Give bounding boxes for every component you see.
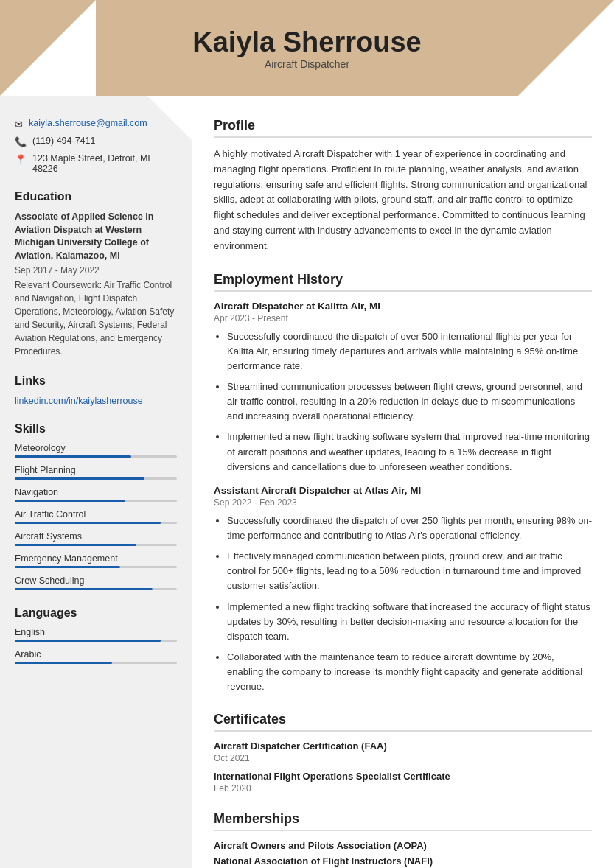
lang-bar-bg: [15, 640, 177, 642]
skill-bar-bg: [15, 477, 177, 480]
skill-bar-fill: [15, 477, 144, 480]
language-item: English: [15, 627, 177, 642]
cert-date: Feb 2020: [214, 783, 592, 794]
language-name: English: [15, 627, 177, 637]
skill-bar-bg: [15, 455, 177, 458]
skill-bar-bg: [15, 500, 177, 502]
lang-bar-fill: [15, 640, 161, 642]
bullet-item: Successfully coordinated the dispatch of…: [227, 514, 592, 543]
certificates-heading: Certificates: [214, 712, 592, 732]
skill-item: Crew Scheduling: [15, 575, 177, 590]
candidate-name: Kaiyla Sherrouse: [192, 27, 421, 58]
skills-section: Skills Meteorology Flight Planning Navig…: [15, 422, 177, 590]
email-link[interactable]: kaiyla.sherrouse@gmail.com: [29, 118, 147, 128]
skill-name: Aircraft Systems: [15, 531, 177, 542]
address-text: 123 Maple Street, Detroit, MI 48226: [32, 153, 177, 174]
skill-name: Flight Planning: [15, 465, 177, 475]
linkedin-link[interactable]: linkedin.com/in/kaiylasherrouse: [15, 396, 143, 406]
skill-name: Meteorology: [15, 443, 177, 453]
skill-bar-bg: [15, 566, 177, 568]
memberships-section: Memberships Aircraft Owners and Pilots A…: [214, 811, 592, 867]
links-heading: Links: [15, 374, 177, 388]
language-name: Arabic: [15, 649, 177, 659]
education-heading: Education: [15, 190, 177, 203]
lang-bar-bg: [15, 662, 177, 664]
job-date: Sep 2022 - Feb 2023: [214, 497, 592, 508]
memberships-list: Aircraft Owners and Pilots Association (…: [214, 840, 592, 867]
employment-heading: Employment History: [214, 272, 592, 292]
skill-item: Flight Planning: [15, 465, 177, 480]
certificate-entry: International Flight Operations Speciali…: [214, 771, 592, 794]
jobs-list: Aircraft Dispatcher at Kalitta Air, MI A…: [214, 301, 592, 695]
skill-bar-fill: [15, 566, 120, 568]
education-section: Education Associate of Applied Science i…: [15, 190, 177, 358]
job-title: Aircraft Dispatcher at Kalitta Air, MI: [214, 301, 592, 312]
bullet-item: Successfully coordinated the dispatch of…: [227, 329, 592, 374]
languages-list: English Arabic: [15, 627, 177, 664]
certificates-section: Certificates Aircraft Dispatcher Certifi…: [214, 712, 592, 794]
job-bullets: Successfully coordinated the dispatch of…: [214, 514, 592, 695]
skill-bar-bg: [15, 588, 177, 590]
skill-item: Aircraft Systems: [15, 531, 177, 546]
location-icon: 📍: [15, 154, 27, 165]
skill-item: Emergency Management: [15, 553, 177, 568]
header-triangle-left: [0, 0, 96, 96]
skills-list: Meteorology Flight Planning Navigation A…: [15, 443, 177, 590]
sidebar: ✉ kaiyla.sherrouse@gmail.com 📞 (119) 494…: [0, 96, 192, 868]
languages-heading: Languages: [15, 606, 177, 620]
membership-entry: National Association of Flight Instructo…: [214, 855, 592, 867]
skill-bar-fill: [15, 522, 161, 524]
language-item: Arabic: [15, 649, 177, 664]
links-section: Links linkedin.com/in/kaiylasherrouse: [15, 374, 177, 406]
skill-item: Air Traffic Control: [15, 509, 177, 524]
skill-bar-bg: [15, 522, 177, 524]
languages-section: Languages English Arabic: [15, 606, 177, 664]
job-title: Assistant Aircraft Dispatcher at Atlas A…: [214, 485, 592, 496]
skill-bar-fill: [15, 455, 131, 458]
skill-name: Navigation: [15, 487, 177, 497]
skill-item: Meteorology: [15, 443, 177, 458]
bullet-item: Implemented a new flight tracking softwa…: [227, 600, 592, 644]
lang-bar-fill: [15, 662, 112, 664]
skill-name: Emergency Management: [15, 553, 177, 564]
bullet-item: Implemented a new flight tracking softwa…: [227, 430, 592, 474]
cert-date: Oct 2021: [214, 753, 592, 763]
job-entry: Aircraft Dispatcher at Kalitta Air, MI A…: [214, 301, 592, 475]
phone-number: (119) 494-7411: [32, 136, 95, 146]
linkedin-link-item: linkedin.com/in/kaiylasherrouse: [15, 395, 177, 406]
phone-icon: 📞: [15, 136, 27, 147]
employment-section: Employment History Aircraft Dispatcher a…: [214, 272, 592, 695]
skill-name: Crew Scheduling: [15, 575, 177, 586]
header: Kaiyla Sherrouse Aircraft Dispatcher: [0, 0, 614, 96]
main-content: Profile A highly motivated Aircraft Disp…: [192, 96, 614, 868]
main-layout: ✉ kaiyla.sherrouse@gmail.com 📞 (119) 494…: [0, 96, 614, 868]
skill-bar-fill: [15, 500, 125, 502]
email-icon: ✉: [15, 119, 23, 130]
certificates-list: Aircraft Dispatcher Certification (FAA) …: [214, 741, 592, 794]
skill-item: Navigation: [15, 487, 177, 502]
education-degree: Associate of Applied Science in Aviation…: [15, 211, 177, 262]
memberships-heading: Memberships: [214, 811, 592, 831]
address-contact: 📍 123 Maple Street, Detroit, MI 48226: [15, 153, 177, 174]
skills-heading: Skills: [15, 422, 177, 435]
cert-name: International Flight Operations Speciali…: [214, 771, 592, 782]
bullet-item: Effectively managed communication betwee…: [227, 549, 592, 593]
bullet-item: Collaborated with the maintenance team t…: [227, 650, 592, 694]
profile-text: A highly motivated Aircraft Dispatcher w…: [214, 147, 592, 254]
certificate-entry: Aircraft Dispatcher Certification (FAA) …: [214, 741, 592, 763]
candidate-title: Aircraft Dispatcher: [265, 58, 349, 70]
skill-name: Air Traffic Control: [15, 509, 177, 519]
cert-name: Aircraft Dispatcher Certification (FAA): [214, 741, 592, 752]
bullet-item: Streamlined communication processes betw…: [227, 379, 592, 424]
skill-bar-fill: [15, 544, 136, 546]
skill-bar-bg: [15, 544, 177, 546]
skill-bar-fill: [15, 588, 153, 590]
profile-heading: Profile: [214, 118, 592, 138]
job-entry: Assistant Aircraft Dispatcher at Atlas A…: [214, 485, 592, 695]
education-date: Sep 2017 - May 2022: [15, 265, 177, 276]
education-coursework: Relevant Coursework: Air Traffic Control…: [15, 279, 177, 358]
profile-section: Profile A highly motivated Aircraft Disp…: [214, 118, 592, 254]
membership-entry: Aircraft Owners and Pilots Association (…: [214, 840, 592, 851]
sidebar-triangle: [147, 96, 192, 140]
job-bullets: Successfully coordinated the dispatch of…: [214, 329, 592, 475]
